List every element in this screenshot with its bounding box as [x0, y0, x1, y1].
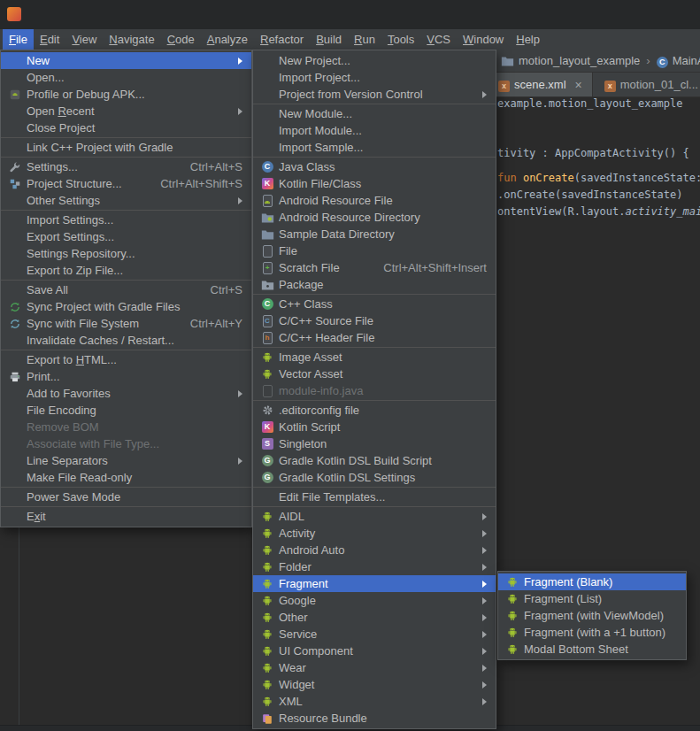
android-icon: [260, 527, 274, 541]
menu-item-link-c-project-with-gradle[interactable]: Link C++ Project with Gradle: [1, 139, 251, 156]
menu-item-folder[interactable]: Folder: [253, 558, 496, 575]
menu-item-print[interactable]: Print...: [1, 368, 251, 385]
menu-item-label: Android Resource File: [279, 192, 487, 209]
menu-item-other-settings[interactable]: Other Settings: [1, 192, 251, 209]
menubar-edit[interactable]: Edit: [34, 29, 65, 50]
menu-item-label: Sync with File System: [27, 315, 174, 332]
menu-item-close-project[interactable]: Close Project: [1, 119, 251, 136]
menu-item-wear[interactable]: Wear: [253, 659, 496, 676]
menu-item-project-from-version-control[interactable]: Project from Version Control: [253, 86, 496, 103]
menu-item-fragment-with-a-1-button[interactable]: Fragment (with a +1 button): [498, 624, 686, 641]
menu-item-make-file-read-only[interactable]: Make File Read-only: [1, 469, 251, 486]
menu-item-label: Gradle Kotlin DSL Build Script: [279, 452, 487, 469]
menu-item-project-structure[interactable]: Project Structure...Ctrl+Alt+Shift+S: [1, 175, 251, 192]
submenu-arrow-icon: [482, 631, 487, 638]
menu-item-singleton[interactable]: SSingleton: [253, 435, 496, 452]
menu-item-google[interactable]: Google: [253, 592, 496, 609]
menu-item-gradle-kotlin-dsl-build-script[interactable]: GGradle Kotlin DSL Build Script: [253, 452, 496, 469]
menu-item-export-settings[interactable]: Export Settings...: [1, 228, 251, 245]
menu-item-associate-with-file-type[interactable]: Associate with File Type...: [1, 435, 251, 452]
menu-item-c-c-source-file[interactable]: CC/C++ Source File: [253, 312, 496, 329]
menubar-view[interactable]: View: [65, 29, 103, 50]
menu-item-c-class[interactable]: CC++ Class: [253, 296, 496, 312]
menu-item-save-all[interactable]: Save AllCtrl+S: [1, 281, 251, 298]
menu-item-line-separators[interactable]: Line Separators: [1, 452, 251, 469]
menu-item-fragment[interactable]: Fragment: [253, 575, 496, 592]
menubar-refactor[interactable]: Refactor: [254, 29, 310, 50]
menubar-help[interactable]: Help: [510, 29, 546, 50]
menu-item-import-sample[interactable]: Import Sample...: [253, 139, 496, 156]
menu-item-other[interactable]: Other: [253, 609, 496, 626]
menu-item-aidl[interactable]: AIDL: [253, 508, 496, 525]
menu-item-kotlin-script[interactable]: KKotlin Script: [253, 419, 496, 435]
menu-item-package[interactable]: Package: [253, 276, 496, 293]
menu-item-modal-bottom-sheet[interactable]: Modal Bottom Sheet: [498, 641, 686, 658]
menu-item-new-project[interactable]: New Project...: [253, 52, 496, 69]
menubar-file[interactable]: File: [3, 29, 34, 50]
menubar-tools[interactable]: Tools: [381, 29, 420, 50]
menu-item-new[interactable]: New: [1, 52, 251, 69]
menu-item-invalidate-caches-restart[interactable]: Invalidate Caches / Restart...: [1, 332, 251, 349]
menu-item-open[interactable]: Open...: [1, 69, 251, 86]
menu-item-vector-asset[interactable]: Vector Asset: [253, 366, 496, 382]
menu-item-open-recent[interactable]: Open Recent: [1, 103, 251, 119]
menu-item-scratch-file[interactable]: +Scratch FileCtrl+Alt+Shift+Insert: [253, 259, 496, 276]
menu-item-exit[interactable]: Exit: [1, 508, 251, 525]
android-icon: [260, 577, 274, 591]
menu-item-image-asset[interactable]: Image Asset: [253, 349, 496, 366]
menu-item-android-auto[interactable]: Android Auto: [253, 542, 496, 558]
menu-item-editorconfig-file[interactable]: .editorconfig file: [253, 402, 496, 419]
android-icon: [505, 626, 519, 640]
menubar-navigate[interactable]: Navigate: [103, 29, 160, 50]
menu-separator: [253, 294, 496, 295]
menubar-vcs[interactable]: VCS: [420, 29, 457, 50]
menu-item-remove-bom[interactable]: Remove BOM: [1, 419, 251, 435]
menu-item-sample-data-directory[interactable]: Sample Data Directory: [253, 226, 496, 242]
menu-item-settings[interactable]: Settings...Ctrl+Alt+S: [1, 158, 251, 175]
menu-item-service[interactable]: Service: [253, 626, 496, 643]
menu-item-settings-repository[interactable]: Settings Repository...: [1, 245, 251, 262]
menu-item-import-module[interactable]: Import Module...: [253, 122, 496, 139]
android-icon: [260, 350, 274, 365]
menu-item-xml[interactable]: XML: [253, 693, 496, 710]
menu-item-fragment-blank[interactable]: Fragment (Blank): [498, 573, 686, 590]
menu-item-fragment-list[interactable]: Fragment (List): [498, 590, 686, 607]
submenu-arrow-icon: [482, 564, 487, 571]
menubar-analyze[interactable]: Analyze: [201, 29, 254, 50]
menu-item-file[interactable]: File: [253, 242, 496, 259]
icon-slot: [8, 490, 22, 504]
menu-item-resource-bundle[interactable]: Resource Bundle: [253, 710, 496, 727]
android-icon: [505, 575, 519, 589]
menu-item-java-class[interactable]: CJava Class: [253, 158, 496, 175]
menu-item-android-resource-file[interactable]: Android Resource File: [253, 192, 496, 209]
menu-item-android-resource-directory[interactable]: Android Resource Directory: [253, 209, 496, 226]
menubar-code[interactable]: Code: [161, 29, 201, 50]
menu-item-export-to-zip-file[interactable]: Export to Zip File...: [1, 262, 251, 279]
menu-item-profile-or-debug-apk[interactable]: Profile or Debug APK...: [1, 86, 251, 103]
menu-item-edit-file-templates[interactable]: Edit File Templates...: [253, 489, 496, 505]
menu-item-kotlin-file-class[interactable]: KKotlin File/Class: [253, 175, 496, 192]
menu-item-export-to-html[interactable]: Export to HTML...: [1, 351, 251, 368]
menu-item-gradle-kotlin-dsl-settings[interactable]: GGradle Kotlin DSL Settings: [253, 469, 496, 486]
menu-item-label: Associate with File Type...: [27, 435, 242, 452]
menu-item-sync-with-file-system[interactable]: Sync with File SystemCtrl+Alt+Y: [1, 315, 251, 332]
menubar-build[interactable]: Build: [310, 29, 348, 50]
menu-item-power-save-mode[interactable]: Power Save Mode: [1, 489, 251, 505]
menu-item-ui-component[interactable]: UI Component: [253, 643, 496, 659]
menu-item-c-c-header-file[interactable]: hC/C++ Header File: [253, 329, 496, 346]
menu-item-sync-project-with-gradle-files[interactable]: Sync Project with Gradle Files: [1, 298, 251, 315]
menubar-run[interactable]: Run: [348, 29, 381, 50]
menu-item-activity[interactable]: Activity: [253, 525, 496, 542]
menu-item-add-to-favorites[interactable]: Add to Favorites: [1, 385, 251, 402]
menu-item-module-info-java[interactable]: module-info.java: [253, 382, 496, 399]
menu-item-fragment-with-viewmodel[interactable]: Fragment (with ViewModel): [498, 607, 686, 624]
menu-item-import-settings[interactable]: Import Settings...: [1, 212, 251, 228]
menubar-window[interactable]: Window: [457, 29, 510, 50]
menu-item-widget[interactable]: Widget: [253, 676, 496, 693]
menu-separator: [1, 157, 251, 158]
menu-item-file-encoding[interactable]: File Encoding: [1, 402, 251, 419]
menu-item-new-module[interactable]: New Module...: [253, 105, 496, 122]
android-icon: [260, 695, 274, 709]
menu-item-label: Other: [279, 609, 475, 626]
menu-item-import-project[interactable]: Import Project...: [253, 69, 496, 86]
